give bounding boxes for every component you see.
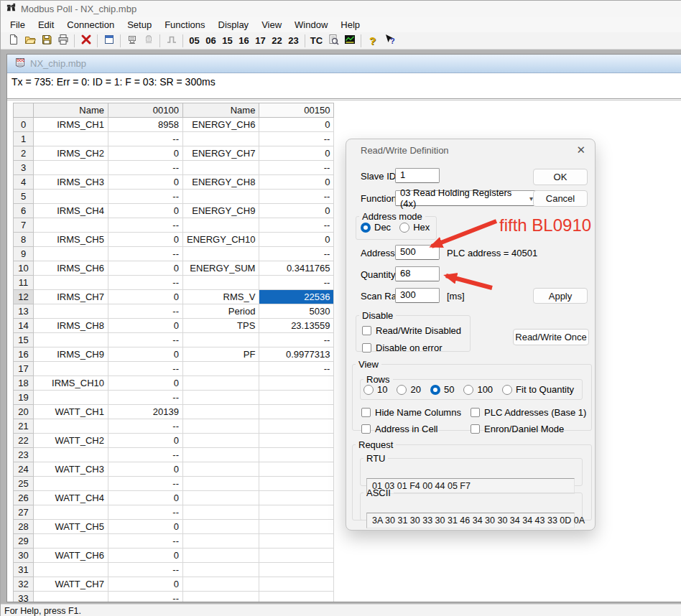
menu-item-help[interactable]: Help [334,18,366,32]
dialog-close-icon[interactable]: ✕ [576,144,585,157]
grid-cell[interactable] [183,534,259,549]
grid-rownum-cell[interactable]: 14 [14,319,34,333]
disable-on-error-checkbox[interactable]: Disable on error [362,342,443,353]
address-in-cell-checkbox[interactable]: Address in Cell [361,424,437,434]
grid-cell[interactable]: IRMS_CH7 [34,290,108,304]
print-button[interactable] [55,33,71,49]
grid-rownum-cell[interactable]: 10 [14,261,34,276]
grid-cell[interactable] [259,592,334,602]
help-button[interactable]: ? [364,33,381,49]
grid-cell[interactable]: 23.13559 [259,319,334,333]
menu-item-connection[interactable]: Connection [60,18,121,32]
radio-hex[interactable]: Hex [399,222,430,233]
slave-id-input[interactable]: 1 [395,168,440,183]
connection-setup-button[interactable] [124,33,140,49]
grid-cell[interactable]: Period [183,304,259,319]
cancel-button[interactable]: Cancel [533,190,588,207]
grid-cell[interactable]: ENERGY_CH6 [183,118,259,132]
menu-item-setup[interactable]: Setup [121,18,158,32]
grid-cell[interactable]: 0 [108,233,183,247]
grid-rownum-cell[interactable]: 29 [14,534,34,549]
grid-cell[interactable]: 0 [108,577,183,592]
grid-cell[interactable]: -- [108,419,183,434]
grid-cell[interactable]: -- [259,247,334,261]
grid-cell[interactable]: -- [108,477,183,491]
grid-cell[interactable] [259,376,334,391]
grid-cell[interactable]: 0 [108,376,183,391]
grid-cell[interactable] [183,592,259,602]
grid-cell[interactable] [183,419,259,434]
grid-cell[interactable]: 0 [108,434,183,448]
grid-header-cell[interactable]: Name [183,103,259,118]
grid-cell[interactable] [183,132,259,146]
function-16-button[interactable]: 16 [236,33,252,49]
address-input[interactable]: 500 [395,245,440,260]
grid-rownum-cell[interactable]: 9 [14,247,34,261]
grid-cell[interactable]: IRMS_CH10 [34,376,108,391]
grid-cell[interactable] [259,419,334,434]
grid-cell[interactable]: ENERGY_CH8 [183,175,259,190]
grid-header-cell[interactable] [14,103,34,118]
grid-cell[interactable] [183,376,259,391]
grid-cell[interactable] [34,534,108,549]
menu-item-file[interactable]: File [4,18,32,32]
apply-button[interactable]: Apply [533,288,588,304]
grid-cell[interactable] [259,434,334,448]
grid-cell[interactable]: -- [259,161,334,175]
grid-cell[interactable] [259,491,334,505]
grid-header-cell[interactable]: Name [34,103,108,118]
grid-cell[interactable] [183,505,259,520]
grid-rownum-cell[interactable]: 19 [14,391,34,405]
grid-cell[interactable] [259,520,334,534]
grid-cell[interactable]: -- [259,190,334,204]
menu-item-view[interactable]: View [255,18,288,32]
grid-cell[interactable]: 0 [259,175,334,190]
function-06-button[interactable]: 06 [203,33,219,49]
grid-cell[interactable]: 0 [108,491,183,505]
grid-cell[interactable]: -- [108,505,183,520]
grid-cell[interactable] [183,434,259,448]
grid-cell[interactable]: ENERGY_SUM [183,261,259,276]
grid-cell[interactable]: -- [108,161,183,175]
grid-cell[interactable] [259,462,334,477]
grid-cell[interactable] [183,161,259,175]
grid-cell[interactable]: IRMS_CH1 [34,118,108,132]
grid-rownum-cell[interactable]: 8 [14,233,34,247]
grid-cell[interactable] [34,161,108,175]
grid-rownum-cell[interactable]: 22 [14,434,34,448]
grid-rownum-cell[interactable]: 4 [14,175,34,190]
grid-cell[interactable] [34,190,108,204]
grid-cell[interactable]: 0 [259,233,334,247]
grid-cell[interactable]: 20139 [108,405,183,419]
grid-rownum-cell[interactable]: 2 [14,146,34,161]
grid-rownum-cell[interactable]: 6 [14,204,34,218]
function-17-button[interactable]: 17 [252,33,269,49]
radio-rows-20[interactable]: 20 [397,384,420,395]
grid-cell[interactable] [34,477,108,491]
grid-cell[interactable] [183,276,259,290]
grid-cell[interactable]: -- [108,304,183,319]
grid-cell[interactable]: 0 [259,118,334,132]
grid-cell[interactable]: IRMS_CH2 [34,146,108,161]
grid-cell[interactable]: WATT_CH6 [34,549,108,563]
grid-cell[interactable] [183,577,259,592]
grid-rownum-cell[interactable]: 16 [14,347,34,362]
context-help-button[interactable]: ? [381,33,397,49]
grid-rownum-cell[interactable]: 3 [14,161,34,175]
ok-button[interactable]: OK [533,169,588,185]
grid-cell[interactable] [34,333,108,347]
grid-cell[interactable]: -- [108,190,183,204]
grid-header-cell[interactable]: 00150 [259,103,334,118]
grid-cell[interactable]: ENERGY_CH9 [183,204,259,218]
grid-cell[interactable] [183,362,259,376]
grid-cell[interactable] [259,549,334,563]
scan-rate-input[interactable]: 300 [395,288,440,303]
grid-cell[interactable]: 0 [108,261,183,276]
grid-cell[interactable] [183,549,259,563]
grid-cell[interactable] [259,563,334,577]
grid-cell[interactable] [34,505,108,520]
grid-cell[interactable]: WATT_CH7 [34,577,108,592]
grid-cell[interactable]: 0 [108,146,183,161]
grid-cell[interactable] [34,362,108,376]
chart-button[interactable] [341,33,358,49]
